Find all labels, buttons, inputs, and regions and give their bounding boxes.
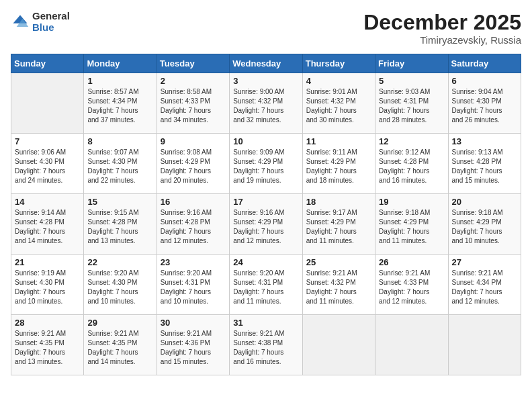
day-number: 6 [452,76,517,86]
calendar-cell: 29Sunrise: 9:21 AM Sunset: 4:35 PM Dayli… [84,315,157,375]
day-info: Sunrise: 9:21 AM Sunset: 4:32 PM Dayligh… [306,269,371,306]
day-number: 1 [87,76,152,86]
day-info: Sunrise: 9:21 AM Sunset: 4:33 PM Dayligh… [379,269,444,306]
day-number: 3 [233,76,298,86]
day-info: Sunrise: 9:21 AM Sunset: 4:35 PM Dayligh… [15,329,80,367]
day-info: Sunrise: 9:16 AM Sunset: 4:29 PM Dayligh… [233,208,298,246]
calendar-week-row: 14Sunrise: 9:14 AM Sunset: 4:28 PM Dayli… [11,194,521,255]
calendar-week-row: 21Sunrise: 9:19 AM Sunset: 4:30 PM Dayli… [11,255,521,315]
day-number: 17 [233,197,298,207]
calendar-cell: 16Sunrise: 9:16 AM Sunset: 4:28 PM Dayli… [157,194,229,255]
logo-general: General [32,11,70,22]
day-info: Sunrise: 9:21 AM Sunset: 4:34 PM Dayligh… [452,269,517,306]
calendar-cell: 15Sunrise: 9:15 AM Sunset: 4:28 PM Dayli… [84,194,157,255]
calendar-cell: 13Sunrise: 9:13 AM Sunset: 4:28 PM Dayli… [448,134,521,194]
calendar-cell: 21Sunrise: 9:19 AM Sunset: 4:30 PM Dayli… [11,255,84,315]
calendar-cell: 23Sunrise: 9:20 AM Sunset: 4:31 PM Dayli… [157,255,229,315]
calendar-cell [375,315,448,375]
day-number: 19 [379,197,444,207]
calendar-cell: 20Sunrise: 9:18 AM Sunset: 4:29 PM Dayli… [448,194,521,255]
day-number: 16 [161,197,226,207]
calendar-cell: 7Sunrise: 9:06 AM Sunset: 4:30 PM Daylig… [11,134,84,194]
calendar-cell: 24Sunrise: 9:20 AM Sunset: 4:31 PM Dayli… [230,255,302,315]
day-number: 11 [306,136,371,146]
weekday-header-row: SundayMondayTuesdayWednesdayThursdayFrid… [11,54,521,73]
day-info: Sunrise: 9:03 AM Sunset: 4:31 PM Dayligh… [379,87,444,125]
day-info: Sunrise: 9:20 AM Sunset: 4:31 PM Dayligh… [233,269,298,306]
day-info: Sunrise: 9:21 AM Sunset: 4:38 PM Dayligh… [233,329,298,367]
calendar-cell: 22Sunrise: 9:20 AM Sunset: 4:30 PM Dayli… [84,255,157,315]
day-number: 4 [306,76,371,86]
day-info: Sunrise: 9:18 AM Sunset: 4:29 PM Dayligh… [452,208,517,246]
day-number: 18 [306,197,371,207]
weekday-header: Monday [84,54,157,73]
logo-text: General Blue [32,11,70,33]
day-number: 14 [15,197,80,207]
weekday-header: Friday [375,54,448,73]
day-number: 12 [379,136,444,146]
day-number: 30 [161,318,226,328]
day-number: 29 [87,318,152,328]
weekday-header: Sunday [11,54,84,73]
day-info: Sunrise: 9:04 AM Sunset: 4:30 PM Dayligh… [452,87,517,125]
day-info: Sunrise: 9:15 AM Sunset: 4:28 PM Dayligh… [87,208,152,246]
calendar-cell: 4Sunrise: 9:01 AM Sunset: 4:32 PM Daylig… [302,73,375,134]
logo-blue: Blue [32,22,70,34]
calendar-cell: 10Sunrise: 9:09 AM Sunset: 4:29 PM Dayli… [230,134,302,194]
day-number: 24 [233,257,298,267]
calendar-cell: 12Sunrise: 9:12 AM Sunset: 4:28 PM Dayli… [375,134,448,194]
day-info: Sunrise: 9:21 AM Sunset: 4:36 PM Dayligh… [161,329,226,367]
day-number: 20 [452,197,517,207]
day-info: Sunrise: 9:12 AM Sunset: 4:28 PM Dayligh… [379,148,444,185]
calendar-week-row: 28Sunrise: 9:21 AM Sunset: 4:35 PM Dayli… [11,315,521,375]
title-block: December 2025 Timiryazevskiy, Russia [363,11,521,46]
weekday-header: Thursday [302,54,375,73]
day-info: Sunrise: 9:08 AM Sunset: 4:29 PM Dayligh… [161,148,226,185]
day-info: Sunrise: 9:09 AM Sunset: 4:29 PM Dayligh… [233,148,298,185]
day-number: 28 [15,318,80,328]
day-number: 15 [87,197,152,207]
calendar-cell: 31Sunrise: 9:21 AM Sunset: 4:38 PM Dayli… [230,315,302,375]
calendar-cell: 11Sunrise: 9:11 AM Sunset: 4:29 PM Dayli… [302,134,375,194]
calendar-cell: 26Sunrise: 9:21 AM Sunset: 4:33 PM Dayli… [375,255,448,315]
day-number: 10 [233,136,298,146]
weekday-header: Wednesday [230,54,302,73]
day-info: Sunrise: 9:11 AM Sunset: 4:29 PM Dayligh… [306,148,371,185]
day-number: 21 [15,257,80,267]
day-info: Sunrise: 9:17 AM Sunset: 4:29 PM Dayligh… [306,208,371,246]
page-header: General Blue December 2025 Timiryazevski… [11,11,521,46]
calendar-cell: 3Sunrise: 9:00 AM Sunset: 4:32 PM Daylig… [230,73,302,134]
day-number: 31 [233,318,298,328]
day-info: Sunrise: 9:06 AM Sunset: 4:30 PM Dayligh… [15,148,80,185]
logo: General Blue [11,11,70,33]
calendar-week-row: 7Sunrise: 9:06 AM Sunset: 4:30 PM Daylig… [11,134,521,194]
calendar-cell: 28Sunrise: 9:21 AM Sunset: 4:35 PM Dayli… [11,315,84,375]
calendar-cell: 27Sunrise: 9:21 AM Sunset: 4:34 PM Dayli… [448,255,521,315]
day-number: 27 [452,257,517,267]
day-number: 7 [15,136,80,146]
day-number: 5 [379,76,444,86]
calendar-cell: 18Sunrise: 9:17 AM Sunset: 4:29 PM Dayli… [302,194,375,255]
day-info: Sunrise: 9:19 AM Sunset: 4:30 PM Dayligh… [15,269,80,306]
day-info: Sunrise: 9:00 AM Sunset: 4:32 PM Dayligh… [233,87,298,125]
calendar-cell: 6Sunrise: 9:04 AM Sunset: 4:30 PM Daylig… [448,73,521,134]
calendar-cell [448,315,521,375]
calendar-cell: 9Sunrise: 9:08 AM Sunset: 4:29 PM Daylig… [157,134,229,194]
calendar-cell: 25Sunrise: 9:21 AM Sunset: 4:32 PM Dayli… [302,255,375,315]
day-info: Sunrise: 9:16 AM Sunset: 4:28 PM Dayligh… [161,208,226,246]
calendar-cell: 5Sunrise: 9:03 AM Sunset: 4:31 PM Daylig… [375,73,448,134]
day-info: Sunrise: 8:58 AM Sunset: 4:33 PM Dayligh… [161,87,226,125]
day-info: Sunrise: 9:20 AM Sunset: 4:30 PM Dayligh… [87,269,152,306]
day-number: 26 [379,257,444,267]
calendar-cell: 2Sunrise: 8:58 AM Sunset: 4:33 PM Daylig… [157,73,229,134]
weekday-header: Saturday [448,54,521,73]
calendar-cell [11,73,84,134]
day-number: 9 [161,136,226,146]
calendar-table: SundayMondayTuesdayWednesdayThursdayFrid… [11,54,521,375]
day-number: 23 [161,257,226,267]
month-title: December 2025 [363,11,521,34]
day-info: Sunrise: 9:01 AM Sunset: 4:32 PM Dayligh… [306,87,371,125]
day-number: 13 [452,136,517,146]
weekday-header: Tuesday [157,54,229,73]
calendar-cell: 14Sunrise: 9:14 AM Sunset: 4:28 PM Dayli… [11,194,84,255]
